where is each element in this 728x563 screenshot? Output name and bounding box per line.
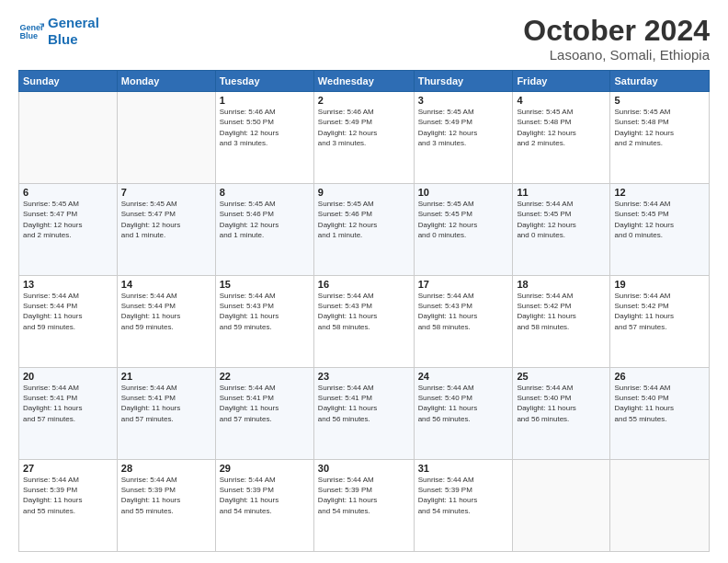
logo-line1: General bbox=[48, 15, 99, 31]
day-info: Sunrise: 5:45 AM Sunset: 5:46 PM Dayligh… bbox=[220, 199, 310, 240]
day-info: Sunrise: 5:44 AM Sunset: 5:45 PM Dayligh… bbox=[517, 199, 606, 240]
calendar-cell: 21Sunrise: 5:44 AM Sunset: 5:41 PM Dayli… bbox=[117, 368, 215, 460]
day-info: Sunrise: 5:44 AM Sunset: 5:41 PM Dayligh… bbox=[318, 383, 410, 424]
day-info: Sunrise: 5:44 AM Sunset: 5:39 PM Dayligh… bbox=[23, 475, 113, 516]
logo-line2: Blue bbox=[48, 31, 99, 48]
day-info: Sunrise: 5:44 AM Sunset: 5:43 PM Dayligh… bbox=[220, 291, 310, 332]
calendar-cell: 10Sunrise: 5:45 AM Sunset: 5:45 PM Dayli… bbox=[414, 184, 513, 276]
day-info: Sunrise: 5:44 AM Sunset: 5:39 PM Dayligh… bbox=[121, 475, 211, 516]
day-info: Sunrise: 5:45 AM Sunset: 5:46 PM Dayligh… bbox=[318, 199, 410, 240]
logo-icon: General Blue bbox=[18, 18, 44, 44]
day-info: Sunrise: 5:45 AM Sunset: 5:47 PM Dayligh… bbox=[23, 199, 113, 240]
day-info: Sunrise: 5:46 AM Sunset: 5:50 PM Dayligh… bbox=[220, 107, 310, 148]
day-number: 14 bbox=[121, 279, 211, 290]
day-number: 6 bbox=[23, 187, 113, 198]
calendar-cell: 15Sunrise: 5:44 AM Sunset: 5:43 PM Dayli… bbox=[215, 276, 313, 368]
day-info: Sunrise: 5:45 AM Sunset: 5:45 PM Dayligh… bbox=[418, 199, 509, 240]
day-info: Sunrise: 5:44 AM Sunset: 5:41 PM Dayligh… bbox=[23, 383, 113, 424]
header-day-sunday: Sunday bbox=[19, 71, 118, 92]
day-number: 1 bbox=[220, 95, 310, 106]
calendar-cell: 7Sunrise: 5:45 AM Sunset: 5:47 PM Daylig… bbox=[117, 184, 215, 276]
calendar-cell bbox=[117, 92, 215, 184]
calendar-cell: 4Sunrise: 5:45 AM Sunset: 5:48 PM Daylig… bbox=[513, 92, 610, 184]
calendar-cell: 18Sunrise: 5:44 AM Sunset: 5:42 PM Dayli… bbox=[513, 276, 610, 368]
day-info: Sunrise: 5:46 AM Sunset: 5:49 PM Dayligh… bbox=[318, 107, 410, 148]
calendar-cell: 22Sunrise: 5:44 AM Sunset: 5:41 PM Dayli… bbox=[215, 368, 313, 460]
day-number: 21 bbox=[121, 371, 211, 382]
day-number: 5 bbox=[614, 95, 705, 106]
day-number: 11 bbox=[517, 187, 606, 198]
day-number: 28 bbox=[121, 463, 211, 474]
day-number: 12 bbox=[614, 187, 705, 198]
calendar-cell bbox=[610, 460, 710, 552]
day-number: 29 bbox=[220, 463, 310, 474]
day-info: Sunrise: 5:44 AM Sunset: 5:39 PM Dayligh… bbox=[418, 475, 509, 516]
calendar-cell bbox=[19, 92, 118, 184]
day-info: Sunrise: 5:45 AM Sunset: 5:47 PM Dayligh… bbox=[121, 199, 211, 240]
day-number: 30 bbox=[318, 463, 410, 474]
day-number: 26 bbox=[614, 371, 705, 382]
calendar-cell: 23Sunrise: 5:44 AM Sunset: 5:41 PM Dayli… bbox=[313, 368, 414, 460]
header-day-saturday: Saturday bbox=[610, 71, 710, 92]
day-info: Sunrise: 5:44 AM Sunset: 5:44 PM Dayligh… bbox=[121, 291, 211, 332]
day-number: 17 bbox=[418, 279, 509, 290]
day-info: Sunrise: 5:44 AM Sunset: 5:45 PM Dayligh… bbox=[614, 199, 705, 240]
page-header: General Blue General Blue October 2024 L… bbox=[18, 15, 710, 63]
day-info: Sunrise: 5:44 AM Sunset: 5:40 PM Dayligh… bbox=[614, 383, 705, 424]
day-info: Sunrise: 5:44 AM Sunset: 5:42 PM Dayligh… bbox=[614, 291, 705, 332]
calendar-cell bbox=[513, 460, 610, 552]
day-info: Sunrise: 5:45 AM Sunset: 5:48 PM Dayligh… bbox=[517, 107, 606, 148]
calendar-week-row: 6Sunrise: 5:45 AM Sunset: 5:47 PM Daylig… bbox=[19, 184, 710, 276]
calendar-cell: 29Sunrise: 5:44 AM Sunset: 5:39 PM Dayli… bbox=[215, 460, 313, 552]
calendar-cell: 30Sunrise: 5:44 AM Sunset: 5:39 PM Dayli… bbox=[313, 460, 414, 552]
day-number: 18 bbox=[517, 279, 606, 290]
calendar-cell: 8Sunrise: 5:45 AM Sunset: 5:46 PM Daylig… bbox=[215, 184, 313, 276]
calendar-cell: 20Sunrise: 5:44 AM Sunset: 5:41 PM Dayli… bbox=[19, 368, 118, 460]
day-number: 19 bbox=[614, 279, 705, 290]
title-section: October 2024 Lasoano, Somali, Ethiopia bbox=[523, 15, 710, 63]
day-info: Sunrise: 5:44 AM Sunset: 5:44 PM Dayligh… bbox=[23, 291, 113, 332]
day-number: 31 bbox=[418, 463, 509, 474]
day-number: 8 bbox=[220, 187, 310, 198]
day-number: 20 bbox=[23, 371, 113, 382]
day-info: Sunrise: 5:44 AM Sunset: 5:41 PM Dayligh… bbox=[220, 383, 310, 424]
calendar-cell: 26Sunrise: 5:44 AM Sunset: 5:40 PM Dayli… bbox=[610, 368, 710, 460]
calendar-cell: 1Sunrise: 5:46 AM Sunset: 5:50 PM Daylig… bbox=[215, 92, 313, 184]
calendar-cell: 28Sunrise: 5:44 AM Sunset: 5:39 PM Dayli… bbox=[117, 460, 215, 552]
page-subtitle: Lasoano, Somali, Ethiopia bbox=[523, 47, 710, 63]
calendar-week-row: 13Sunrise: 5:44 AM Sunset: 5:44 PM Dayli… bbox=[19, 276, 710, 368]
calendar-header-row: SundayMondayTuesdayWednesdayThursdayFrid… bbox=[19, 71, 710, 92]
page-title: October 2024 bbox=[523, 15, 710, 47]
day-info: Sunrise: 5:44 AM Sunset: 5:41 PM Dayligh… bbox=[121, 383, 211, 424]
day-number: 10 bbox=[418, 187, 509, 198]
day-number: 13 bbox=[23, 279, 113, 290]
header-day-thursday: Thursday bbox=[414, 71, 513, 92]
day-number: 9 bbox=[318, 187, 410, 198]
day-info: Sunrise: 5:44 AM Sunset: 5:39 PM Dayligh… bbox=[318, 475, 410, 516]
day-number: 3 bbox=[418, 95, 509, 106]
day-info: Sunrise: 5:44 AM Sunset: 5:42 PM Dayligh… bbox=[517, 291, 606, 332]
calendar-cell: 3Sunrise: 5:45 AM Sunset: 5:49 PM Daylig… bbox=[414, 92, 513, 184]
calendar-table: SundayMondayTuesdayWednesdayThursdayFrid… bbox=[18, 70, 710, 552]
day-number: 4 bbox=[517, 95, 606, 106]
calendar-cell: 2Sunrise: 5:46 AM Sunset: 5:49 PM Daylig… bbox=[313, 92, 414, 184]
day-number: 25 bbox=[517, 371, 606, 382]
calendar-cell: 14Sunrise: 5:44 AM Sunset: 5:44 PM Dayli… bbox=[117, 276, 215, 368]
day-info: Sunrise: 5:44 AM Sunset: 5:43 PM Dayligh… bbox=[318, 291, 410, 332]
day-info: Sunrise: 5:44 AM Sunset: 5:40 PM Dayligh… bbox=[418, 383, 509, 424]
calendar-cell: 6Sunrise: 5:45 AM Sunset: 5:47 PM Daylig… bbox=[19, 184, 118, 276]
header-day-tuesday: Tuesday bbox=[215, 71, 313, 92]
calendar-cell: 5Sunrise: 5:45 AM Sunset: 5:48 PM Daylig… bbox=[610, 92, 710, 184]
calendar-week-row: 1Sunrise: 5:46 AM Sunset: 5:50 PM Daylig… bbox=[19, 92, 710, 184]
calendar-cell: 12Sunrise: 5:44 AM Sunset: 5:45 PM Dayli… bbox=[610, 184, 710, 276]
calendar-cell: 11Sunrise: 5:44 AM Sunset: 5:45 PM Dayli… bbox=[513, 184, 610, 276]
calendar-cell: 16Sunrise: 5:44 AM Sunset: 5:43 PM Dayli… bbox=[313, 276, 414, 368]
day-number: 23 bbox=[318, 371, 410, 382]
day-info: Sunrise: 5:45 AM Sunset: 5:48 PM Dayligh… bbox=[614, 107, 705, 148]
day-info: Sunrise: 5:44 AM Sunset: 5:39 PM Dayligh… bbox=[220, 475, 310, 516]
calendar-cell: 31Sunrise: 5:44 AM Sunset: 5:39 PM Dayli… bbox=[414, 460, 513, 552]
calendar-week-row: 27Sunrise: 5:44 AM Sunset: 5:39 PM Dayli… bbox=[19, 460, 710, 552]
calendar-cell: 13Sunrise: 5:44 AM Sunset: 5:44 PM Dayli… bbox=[19, 276, 118, 368]
day-number: 7 bbox=[121, 187, 211, 198]
svg-text:Blue: Blue bbox=[19, 31, 38, 40]
